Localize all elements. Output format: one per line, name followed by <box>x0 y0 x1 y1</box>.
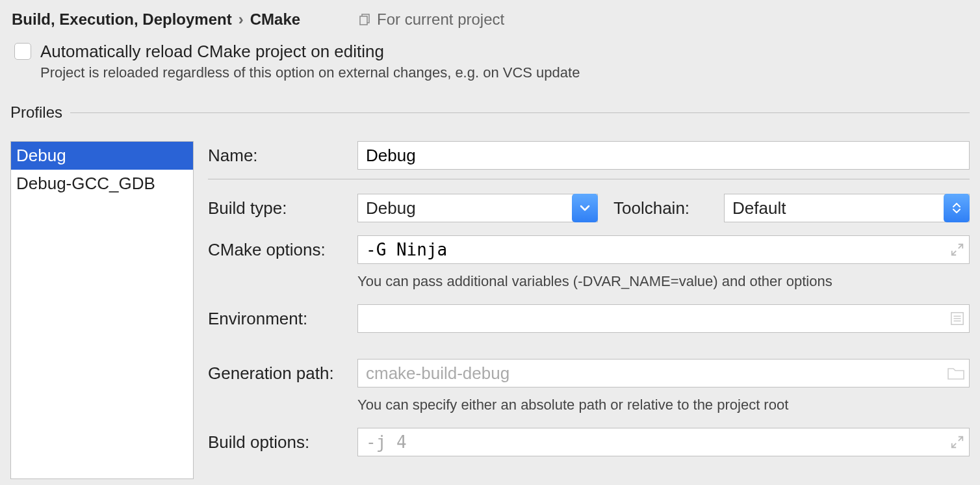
auto-reload-description: Project is reloaded regardless of this o… <box>0 62 980 90</box>
environment-label: Environment: <box>208 309 357 329</box>
toolchain-label: Toolchain: <box>613 198 724 218</box>
environment-input[interactable] <box>357 304 970 333</box>
list-icon[interactable] <box>950 311 964 326</box>
expand-icon[interactable] <box>950 242 964 257</box>
profiles-list[interactable]: Debug Debug-GCC_GDB <box>10 141 194 479</box>
scope-indicator: For current project <box>359 10 504 29</box>
generation-path-label: Generation path: <box>208 363 357 384</box>
auto-reload-label[interactable]: Automatically reload CMake project on ed… <box>40 42 384 62</box>
profile-item-debug[interactable]: Debug <box>11 142 193 170</box>
breadcrumb-parent[interactable]: Build, Execution, Deployment <box>12 10 232 29</box>
toolchain-value: Default <box>732 198 786 218</box>
breadcrumb-separator: › <box>239 10 244 29</box>
folder-icon[interactable] <box>948 366 964 380</box>
form-divider <box>208 179 970 179</box>
profiles-section-title: Profiles <box>10 103 70 122</box>
breadcrumb: Build, Execution, Deployment › CMake For… <box>0 0 980 35</box>
profile-item-debug-gcc-gdb[interactable]: Debug-GCC_GDB <box>11 170 193 198</box>
build-options-label: Build options: <box>208 432 357 452</box>
toolchain-select[interactable]: Default <box>724 194 970 222</box>
name-input[interactable] <box>357 141 970 170</box>
generation-path-hint: You can specify either an absolute path … <box>357 397 970 413</box>
expand-icon[interactable] <box>950 435 964 449</box>
breadcrumb-current: CMake <box>250 10 300 29</box>
copy-icon <box>359 13 372 26</box>
build-options-input[interactable] <box>357 428 970 456</box>
auto-reload-checkbox[interactable] <box>14 43 31 60</box>
cmake-options-input[interactable] <box>357 235 970 264</box>
cmake-options-label: CMake options: <box>208 240 357 260</box>
section-rule <box>70 112 970 113</box>
scope-label: For current project <box>377 10 504 29</box>
chevron-updown-icon <box>944 194 970 222</box>
build-type-label: Build type: <box>208 198 357 218</box>
profile-form: Name: Build type: Debug Toolchain: Defau… <box>194 141 970 465</box>
cmake-options-hint: You can pass additional variables (-DVAR… <box>357 273 970 290</box>
build-type-select[interactable]: Debug <box>357 194 598 222</box>
build-type-value: Debug <box>366 198 416 218</box>
chevron-down-icon <box>572 194 598 222</box>
generation-path-input[interactable] <box>357 359 970 387</box>
name-label: Name: <box>208 146 357 166</box>
svg-rect-1 <box>360 16 367 25</box>
